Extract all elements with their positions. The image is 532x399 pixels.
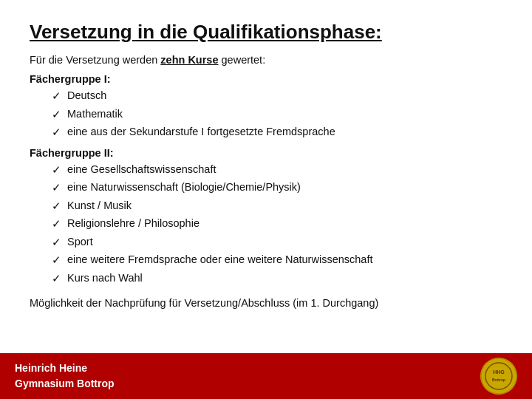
list-item: ✓ Mathematik — [52, 106, 502, 123]
intro-text-after: gewertet: — [219, 54, 266, 66]
list-item-text: Religionslehre / Philosophie — [67, 216, 200, 232]
list-item-text: Sport — [67, 234, 93, 250]
main-content: Versetzung in die Qualifikationsphase: F… — [0, 0, 532, 324]
list-item: ✓ Kurs nach Wahl — [52, 270, 502, 287]
footer-school-name: Heinrich Heine Gymnasium Bottrop — [15, 361, 115, 392]
intro-paragraph: Für die Versetzung werden zehn Kurse gew… — [30, 54, 502, 66]
list-item: ✓ eine Naturwissenschaft (Biologie/Chemi… — [52, 180, 502, 197]
list-item: ✓ Religionslehre / Philosophie — [52, 216, 502, 233]
list-item: ✓ eine aus der Sekundarstufe I fortgeset… — [52, 124, 502, 141]
school-logo: HHG Bottrop — [480, 358, 517, 395]
list-item: ✓ eine Gesellschaftswissenschaft — [52, 162, 502, 179]
checkmark-icon: ✓ — [52, 234, 61, 251]
list-item-text: Kurs nach Wahl — [67, 270, 143, 287]
svg-text:Bottrop: Bottrop — [492, 378, 505, 382]
checkmark-icon: ✓ — [52, 106, 61, 123]
list-item-text: Mathematik — [67, 106, 123, 123]
list-item: ✓ Sport — [52, 234, 502, 251]
list-item-text: eine Naturwissenschaft (Biologie/Chemie/… — [67, 180, 301, 196]
checkmark-icon: ✓ — [52, 198, 61, 215]
svg-text:HHG: HHG — [493, 369, 505, 375]
nachpruefung-text: Möglichkeit der Nachprüfung für Versetzu… — [30, 297, 502, 309]
list-item-text: Kunst / Musik — [67, 198, 132, 214]
list-item: ✓ eine weitere Fremdsprache oder eine we… — [52, 252, 502, 269]
checkmark-icon: ✓ — [52, 162, 61, 179]
list-item-text: eine weitere Fremdsprache oder eine weit… — [67, 252, 372, 268]
gruppe1-list: ✓ Deutsch ✓ Mathematik ✓ eine aus der Se… — [52, 88, 502, 141]
checkmark-icon: ✓ — [52, 270, 61, 287]
list-item: ✓ Deutsch — [52, 88, 502, 105]
gruppe1-label: Fächergruppe I: — [30, 73, 502, 85]
checkmark-icon: ✓ — [52, 180, 61, 197]
list-item-text: eine aus der Sekundarstufe I fortgesetzt… — [67, 124, 335, 140]
checkmark-icon: ✓ — [52, 216, 61, 233]
footer-line1: Heinrich Heine — [15, 361, 115, 376]
checkmark-icon: ✓ — [52, 124, 61, 141]
footer-bar: Heinrich Heine Gymnasium Bottrop HHG Bot… — [0, 353, 532, 399]
list-item-text: eine Gesellschaftswissenschaft — [67, 162, 216, 178]
gruppe2-list: ✓ eine Gesellschaftswissenschaft ✓ eine … — [52, 162, 502, 287]
intro-bold: zehn Kurse — [160, 54, 218, 66]
list-item: ✓ Kunst / Musik — [52, 198, 502, 215]
checkmark-icon: ✓ — [52, 252, 61, 269]
list-item-text: Deutsch — [67, 88, 106, 104]
page-title: Versetzung in die Qualifikationsphase: — [30, 21, 502, 44]
svg-point-0 — [481, 358, 516, 394]
intro-text-before: Für die Versetzung werden — [30, 54, 160, 66]
checkmark-icon: ✓ — [52, 88, 61, 105]
footer-line2: Gymnasium Bottrop — [15, 376, 115, 392]
gruppe2-label: Fächergruppe II: — [30, 147, 502, 159]
